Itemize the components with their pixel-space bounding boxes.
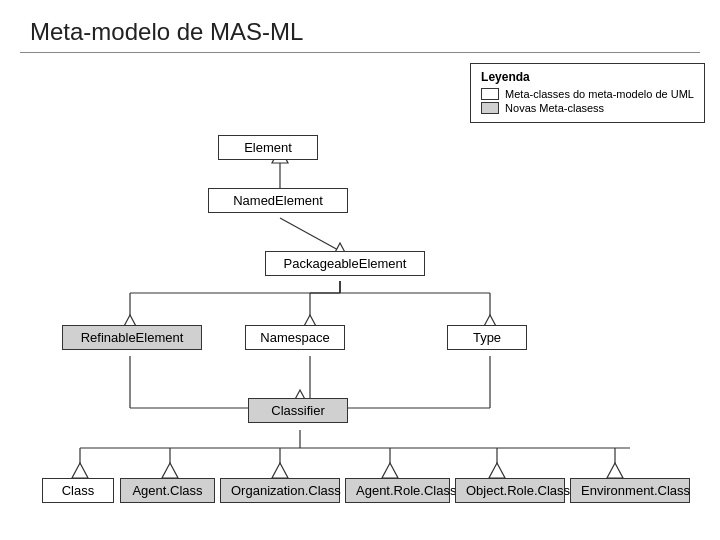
agent-class-box: Agent.Class — [120, 478, 215, 503]
classifier-box: Classifier — [248, 398, 348, 423]
legend-label-0: Meta-classes do meta-modelo de UML — [505, 88, 694, 100]
refinable-element-box: RefinableElement — [62, 325, 202, 350]
namespace-box: Namespace — [245, 325, 345, 350]
legend-box-white — [481, 88, 499, 100]
page-title: Meta-modelo de MAS-ML — [0, 0, 720, 52]
arrows-svg — [0, 53, 720, 523]
legend-item-1: Novas Meta-clasess — [481, 102, 694, 114]
legend-item-0: Meta-classes do meta-modelo de UML — [481, 88, 694, 100]
legend: Leyenda Meta-classes do meta-modelo de U… — [470, 63, 705, 123]
legend-box-gray — [481, 102, 499, 114]
diagram-area: Element NamedElement PackageableElement … — [0, 53, 720, 523]
packageable-element-box: PackageableElement — [265, 251, 425, 276]
svg-marker-30 — [272, 463, 288, 478]
organization-class-box: Organization.Class — [220, 478, 340, 503]
object-role-class-box: Object.Role.Class — [455, 478, 565, 503]
class-box: Class — [42, 478, 114, 503]
svg-marker-36 — [607, 463, 623, 478]
environment-class-box: Environment.Class — [570, 478, 690, 503]
svg-marker-32 — [382, 463, 398, 478]
svg-marker-28 — [162, 463, 178, 478]
type-box: Type — [447, 325, 527, 350]
legend-title: Leyenda — [481, 70, 694, 84]
named-element-box: NamedElement — [208, 188, 348, 213]
legend-label-1: Novas Meta-clasess — [505, 102, 604, 114]
svg-marker-26 — [72, 463, 88, 478]
svg-line-2 — [280, 218, 340, 251]
element-box: Element — [218, 135, 318, 160]
agent-role-class-box: Agent.Role.Class — [345, 478, 450, 503]
svg-marker-34 — [489, 463, 505, 478]
